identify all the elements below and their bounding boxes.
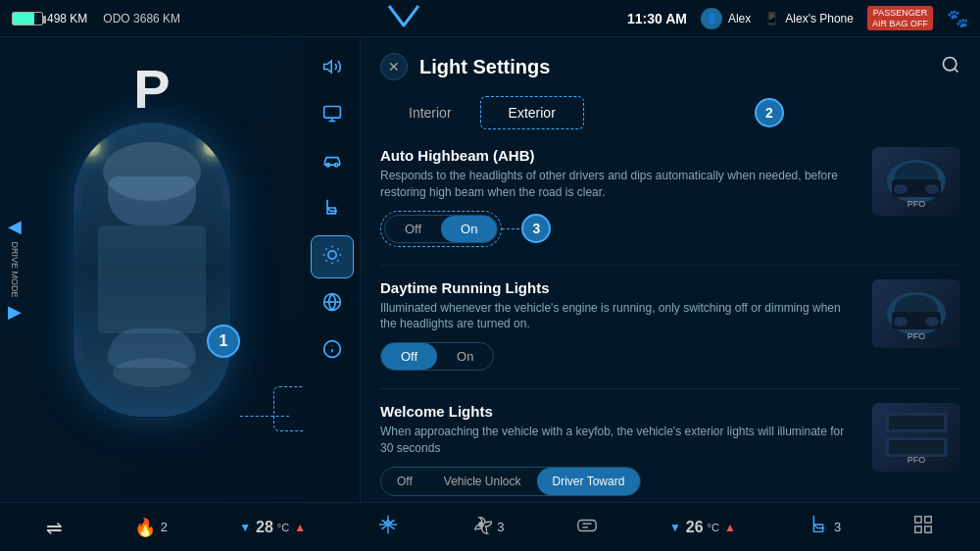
svg-rect-52 bbox=[925, 526, 931, 532]
gear-indicator: P bbox=[133, 57, 170, 121]
welcome-toggle-group: Off Vehicle Unlock Driver Toward bbox=[380, 467, 641, 496]
avatar: 👤 bbox=[701, 8, 722, 29]
drive-mode-next[interactable]: ▶ bbox=[8, 302, 22, 324]
sidebar-item-car[interactable] bbox=[311, 141, 354, 184]
bottombar: ⇌ 🔥 2 ▼ 28 °C ▲ bbox=[0, 502, 980, 551]
svg-text:PFO: PFO bbox=[907, 331, 926, 341]
drive-mode: ◀ DRIVE MODE ▶ bbox=[8, 216, 22, 323]
car-top-view bbox=[74, 123, 230, 417]
divider-2 bbox=[380, 388, 960, 389]
svg-marker-0 bbox=[323, 61, 331, 73]
ac-icon bbox=[576, 515, 598, 540]
phone-icon: 📱 bbox=[764, 12, 779, 25]
display-icon bbox=[322, 104, 342, 128]
welcome-desc: When approaching the vehicle with a keyf… bbox=[380, 424, 857, 457]
svg-text:PFO: PFO bbox=[907, 455, 926, 465]
bottom-menu[interactable]: ⇌ bbox=[46, 516, 63, 539]
grid-view-button[interactable] bbox=[912, 514, 934, 540]
tab-exterior[interactable]: Exterior bbox=[480, 96, 584, 129]
section-ahb: Auto Highbeam (AHB) Responds to the head… bbox=[380, 147, 960, 247]
seat-icon bbox=[322, 198, 342, 223]
username: Alex bbox=[728, 12, 751, 25]
battery-indicator: 498 KM bbox=[12, 12, 87, 25]
annotation-badge-1: 1 bbox=[207, 325, 240, 358]
svg-line-21 bbox=[955, 68, 958, 72]
brand-logo bbox=[384, 1, 423, 36]
car-view-panel: P ◀ DRIVE MODE ▶ 1 bbox=[0, 37, 304, 502]
drl-toggle-group: Off On bbox=[380, 342, 494, 371]
topbar-right: 11:30 AM 👤 Alex 📱 Alex's Phone PASSENGER… bbox=[627, 6, 968, 31]
ahb-title: Auto Highbeam (AHB) bbox=[380, 147, 857, 164]
phone-label: Alex's Phone bbox=[785, 12, 854, 25]
annotation-badge-2: 2 bbox=[755, 98, 784, 127]
tab-interior[interactable]: Interior bbox=[380, 96, 480, 129]
temp-up-left[interactable]: ▲ bbox=[294, 521, 306, 534]
sidebar-item-seat[interactable] bbox=[311, 188, 354, 231]
seat-heat-right-icon bbox=[808, 514, 829, 540]
welcome-unlock-button[interactable]: Vehicle Unlock bbox=[428, 468, 537, 495]
fan-control: 3 bbox=[470, 514, 504, 540]
defrost-icon-container[interactable] bbox=[377, 514, 399, 540]
temp-left-display: 28 °C bbox=[256, 519, 289, 536]
ahb-content: Auto Highbeam (AHB) Responds to the head… bbox=[380, 147, 857, 247]
welcome-image: PFO bbox=[872, 403, 960, 472]
odo-text: ODO 3686 KM bbox=[103, 12, 180, 25]
drl-off-button[interactable]: Off bbox=[381, 343, 437, 370]
headlight-right bbox=[203, 137, 222, 157]
sidebar-item-info[interactable] bbox=[311, 329, 354, 373]
menu-icon: ⇌ bbox=[46, 516, 63, 539]
sidebar-item-lights[interactable] bbox=[311, 235, 354, 278]
ac-control bbox=[576, 515, 598, 540]
sidebar-item-display[interactable] bbox=[311, 94, 354, 137]
ahb-desc: Responds to the headlights of other driv… bbox=[380, 168, 857, 201]
temp-right-display: 26 °C bbox=[686, 519, 719, 536]
welcome-off-button[interactable]: Off bbox=[381, 468, 428, 495]
svg-point-45 bbox=[479, 523, 484, 527]
info-icon bbox=[322, 339, 342, 364]
drl-on-button[interactable]: On bbox=[437, 343, 493, 370]
ahb-on-button[interactable]: On bbox=[441, 216, 497, 242]
svg-point-6 bbox=[327, 250, 335, 258]
close-button[interactable]: ✕ bbox=[380, 53, 408, 80]
annotation-badge-3: 3 bbox=[521, 214, 551, 243]
svg-point-32 bbox=[925, 317, 939, 326]
svg-line-9 bbox=[325, 248, 326, 249]
sidebar-item-globe[interactable] bbox=[311, 282, 354, 326]
globe-icon bbox=[322, 292, 342, 317]
temp-up-right[interactable]: ▲ bbox=[724, 521, 736, 534]
windshield bbox=[108, 176, 196, 225]
svg-rect-50 bbox=[925, 517, 931, 523]
clock: 11:30 AM bbox=[627, 11, 687, 26]
sidebar-item-speaker[interactable] bbox=[311, 47, 354, 90]
page-title: Light Settings bbox=[419, 56, 550, 78]
seat-heat-left-level: 2 bbox=[161, 520, 168, 534]
temp-right-control: ▼ 26 °C ▲ bbox=[669, 519, 736, 536]
temp-left-control: ▼ 28 °C ▲ bbox=[239, 519, 306, 536]
wheel-rear-left bbox=[74, 335, 81, 363]
temp-left-unit: °C bbox=[277, 522, 289, 533]
drive-mode-prev[interactable]: ◀ bbox=[8, 216, 22, 237]
temp-down-right[interactable]: ▼ bbox=[669, 521, 681, 534]
ahb-off-button[interactable]: Off bbox=[385, 216, 441, 242]
defrost-icon bbox=[377, 514, 399, 540]
svg-point-26 bbox=[925, 184, 939, 194]
temp-down-left[interactable]: ▼ bbox=[239, 521, 251, 534]
seat-heat-right-level: 3 bbox=[834, 520, 841, 534]
seat-heat-right: 3 bbox=[808, 514, 841, 540]
drl-image: PFO bbox=[872, 279, 960, 348]
section-welcome: Welcome Lights When approaching the vehi… bbox=[380, 403, 960, 496]
car-icon bbox=[322, 151, 342, 175]
ahb-toggle-dashed: Off On bbox=[380, 211, 502, 247]
header-left: ✕ Light Settings bbox=[380, 53, 550, 80]
close-icon: ✕ bbox=[388, 59, 400, 75]
seat-heat-left: 🔥 2 bbox=[134, 517, 168, 538]
welcome-driver-button[interactable]: Driver Toward bbox=[537, 468, 641, 495]
divider-1 bbox=[380, 265, 960, 266]
tabs-container: Interior Exterior 2 bbox=[380, 96, 960, 129]
main-content: ✕ Light Settings Interior Exterior 2 Aut… bbox=[361, 37, 980, 502]
fan-icon bbox=[470, 514, 492, 540]
search-button[interactable] bbox=[941, 55, 960, 79]
svg-rect-37 bbox=[889, 440, 944, 454]
annotation-connector-1 bbox=[240, 416, 289, 417]
svg-text:PFO: PFO bbox=[907, 199, 926, 209]
